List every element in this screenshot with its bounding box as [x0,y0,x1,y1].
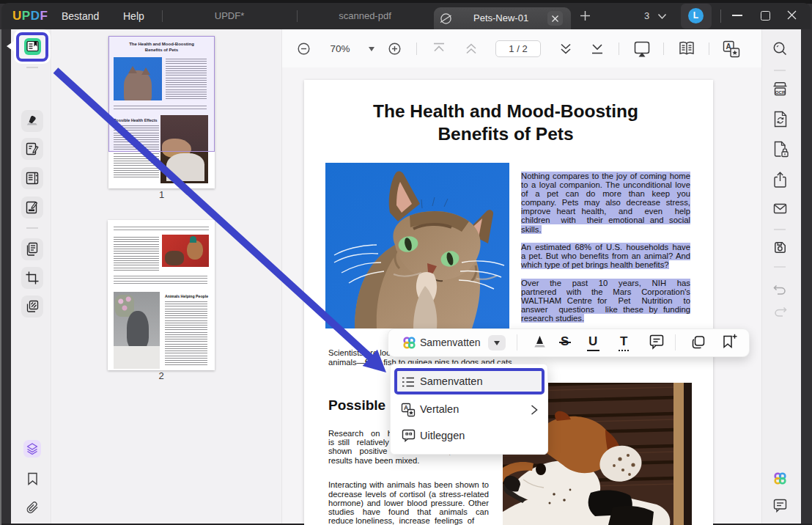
svg-text:OCR: OCR [775,89,786,95]
